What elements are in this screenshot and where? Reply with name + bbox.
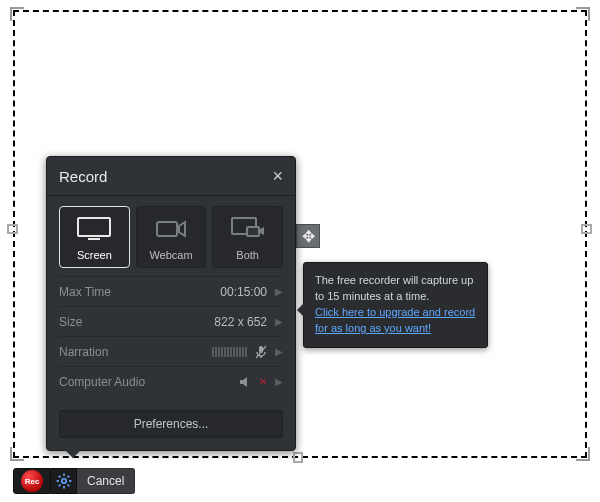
- row-value: 00:15:00: [220, 285, 267, 299]
- source-webcam[interactable]: Webcam: [136, 206, 207, 268]
- chevron-right-icon: ▶: [275, 316, 283, 327]
- svg-rect-1: [88, 238, 100, 240]
- corner-handle-br[interactable]: [576, 447, 590, 461]
- move-icon: ✥: [302, 227, 315, 246]
- source-screen[interactable]: Screen: [59, 206, 130, 268]
- source-label: Webcam: [149, 249, 192, 261]
- gear-icon: [56, 473, 72, 489]
- chevron-right-icon: ▶: [275, 346, 283, 357]
- panel-pointer: [65, 450, 81, 458]
- tooltip-text: The free recorder will capture up to 15 …: [315, 274, 473, 302]
- chevron-right-icon: ▶: [275, 376, 283, 387]
- speaker-icon: [239, 376, 253, 388]
- svg-line-15: [58, 485, 60, 487]
- row-label: Computer Audio: [59, 375, 145, 389]
- edge-handle-left[interactable]: [7, 224, 19, 240]
- corner-handle-tl[interactable]: [10, 7, 24, 21]
- close-icon: ×: [272, 166, 283, 186]
- svg-line-14: [67, 485, 69, 487]
- row-value: 822 x 652: [214, 315, 267, 329]
- both-icon: [231, 215, 265, 243]
- monitor-icon: [77, 215, 111, 243]
- upgrade-link[interactable]: Click here to upgrade and record for as …: [315, 306, 475, 334]
- corner-handle-bl[interactable]: [10, 447, 24, 461]
- upgrade-tooltip: The free recorder will capture up to 15 …: [303, 262, 488, 348]
- record-icon: Rec: [21, 470, 43, 492]
- move-handle[interactable]: ✥: [296, 224, 320, 248]
- preferences-label: Preferences...: [134, 417, 209, 431]
- svg-rect-2: [157, 222, 177, 236]
- row-label: Max Time: [59, 285, 111, 299]
- settings-button[interactable]: [51, 468, 77, 494]
- vu-meter-icon: [212, 347, 247, 357]
- row-label: Size: [59, 315, 82, 329]
- svg-rect-0: [78, 218, 110, 236]
- row-computer-audio[interactable]: Computer Audio ✕ ▶: [59, 366, 283, 396]
- record-panel: Record × Screen Webcam Both Max Time: [46, 156, 296, 451]
- row-size[interactable]: Size 822 x 652 ▶: [59, 306, 283, 336]
- toolbar: Rec Cancel: [13, 468, 135, 494]
- edge-handle-bottom[interactable]: [293, 452, 309, 464]
- edge-handle-right[interactable]: [581, 224, 593, 240]
- svg-line-13: [58, 476, 60, 478]
- svg-point-8: [61, 479, 65, 483]
- cancel-button[interactable]: Cancel: [77, 468, 135, 494]
- webcam-icon: [156, 215, 186, 243]
- row-narration[interactable]: Narration ▶: [59, 336, 283, 366]
- svg-line-16: [67, 476, 69, 478]
- row-label: Narration: [59, 345, 108, 359]
- row-max-time[interactable]: Max Time 00:15:00 ▶: [59, 276, 283, 306]
- source-both[interactable]: Both: [212, 206, 283, 268]
- svg-rect-4: [247, 227, 259, 236]
- microphone-icon: [255, 345, 267, 359]
- corner-handle-tr[interactable]: [576, 7, 590, 21]
- record-button[interactable]: Rec: [13, 468, 51, 494]
- close-button[interactable]: ×: [272, 167, 283, 185]
- panel-title: Record: [59, 168, 107, 185]
- preferences-button[interactable]: Preferences...: [59, 410, 283, 438]
- chevron-right-icon: ▶: [275, 286, 283, 297]
- source-label: Both: [236, 249, 259, 261]
- cancel-label: Cancel: [87, 474, 124, 488]
- source-label: Screen: [77, 249, 112, 261]
- muted-icon: ✕: [259, 376, 267, 387]
